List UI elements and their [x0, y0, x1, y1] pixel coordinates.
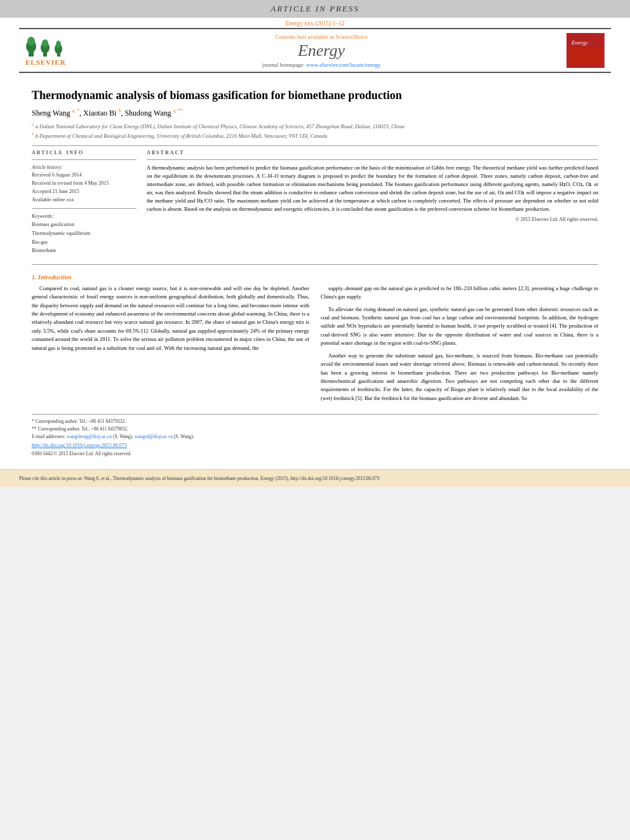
keywords-label: Keywords:	[32, 213, 137, 221]
keyword-4: Biomethane	[32, 246, 137, 255]
introduction-title: 1. Introduction	[32, 274, 598, 281]
divider-info	[32, 159, 137, 160]
svg-rect-11	[570, 47, 601, 65]
article-info-abstract: ARTICLE INFO Article history: Received 6…	[32, 150, 598, 255]
article-info-panel: ARTICLE INFO Article history: Received 6…	[32, 150, 137, 255]
svg-point-8	[56, 41, 61, 48]
footnote-area: * Corresponding author. Tel.: +86 411 84…	[32, 414, 598, 458]
available-date: Available online xxx	[32, 197, 74, 203]
intro-left-col: Compared to coal, natural gas is a clean…	[32, 284, 309, 406]
elsevier-brand-text: ELSEVIER	[25, 58, 66, 66]
keyword-1: Biomass gasification	[32, 220, 137, 229]
introduction-body: Compared to coal, natural gas is a clean…	[32, 284, 598, 406]
article-title: Thermodynamic analysis of biomass gasifi…	[32, 88, 598, 103]
homepage-link[interactable]: www.elsevier.com/locate/energy	[306, 62, 380, 68]
accepted-date: Accepted 21 June 2015	[32, 189, 79, 194]
article-history: Article history: Received 6 August 2014 …	[32, 164, 137, 204]
keyword-2: Thermodynamic equilibrium	[32, 229, 137, 238]
divider-abstract	[147, 159, 598, 160]
sciencedirect-notice: Contents lists available at ScienceDirec…	[76, 34, 566, 40]
history-label: Article history:	[32, 164, 137, 172]
journal-name: Energy	[76, 41, 566, 60]
citation-bar: Please cite this article in press as: Wa…	[0, 469, 630, 487]
intro-left-text: Compared to coal, natural gas is a clean…	[32, 284, 309, 352]
received-date: Received 6 August 2014	[32, 172, 81, 178]
citation-text: Please cite this article in press as: Wa…	[19, 476, 379, 481]
keywords-section: Keywords: Biomass gasification Thermodyn…	[32, 213, 137, 255]
main-content: Thermodynamic analysis of biomass gasifi…	[0, 73, 630, 464]
top-banner: ARTICLE IN PRESS	[0, 0, 630, 18]
abstract-header: ABSTRACT	[147, 150, 598, 156]
abstract-text: A thermodynamic analysis has been perfor…	[147, 164, 598, 214]
article-in-press-label: ARTICLE IN PRESS	[271, 4, 359, 13]
svg-point-2	[27, 37, 35, 46]
affiliation-a: a a Dalian National Laboratory for Clean…	[32, 121, 598, 131]
intro-right-col: supply–demand gap on the natural gas is …	[321, 284, 598, 406]
journal-header: ELSEVIER Contents lists available at Sci…	[19, 28, 611, 73]
article-info-header: ARTICLE INFO	[32, 150, 137, 156]
authors-line: Sheng Wang a, *, Xiaotao Bi b, Shudong W…	[32, 108, 598, 118]
footnote-1: * Corresponding author. Tel.: +86 411 84…	[32, 418, 598, 425]
keyword-3: Bio-gas	[32, 238, 137, 247]
intro-right-text: supply–demand gap on the natural gas is …	[321, 284, 598, 403]
page: ARTICLE IN PRESS Energy xxx (2015) 1–12 …	[0, 0, 630, 487]
email-link-2[interactable]: wangsd@dicp.ac.cn	[135, 434, 173, 439]
introduction-section: 1. Introduction Compared to coal, natura…	[32, 274, 598, 406]
abstract-panel: ABSTRACT A thermodynamic analysis has be…	[147, 150, 598, 255]
journal-thumbnail: Energy	[566, 33, 605, 68]
divider-1	[32, 145, 598, 146]
issn-line: 0360-5442/© 2015 Elsevier Ltd. All right…	[32, 450, 598, 458]
copyright-line: © 2015 Elsevier Ltd. All rights reserved…	[147, 217, 598, 222]
affiliation-b: b b Department of Chemical and Biologica…	[32, 131, 598, 140]
revised-date: Received in revised form 4 May 2015	[32, 180, 109, 186]
divider-keywords	[32, 208, 137, 209]
journal-homepage: journal homepage: www.elsevier.com/locat…	[76, 62, 566, 68]
elsevier-tree-icon	[25, 35, 76, 57]
keywords-list: Biomass gasification Thermodynamic equil…	[32, 220, 137, 255]
svg-point-5	[42, 39, 48, 47]
divider-body	[32, 264, 598, 265]
email-link-1[interactable]: wangsheng@dicp.ac.cn	[67, 434, 112, 439]
affiliations: a a Dalian National Laboratory for Clean…	[32, 121, 598, 140]
doi-link[interactable]: http://dx.doi.org/10.1016/j.energy.2015.…	[32, 443, 598, 448]
journal-center-info: Contents lists available at ScienceDirec…	[76, 34, 566, 68]
svg-text:Energy: Energy	[571, 39, 588, 46]
journal-cover-icon: Energy	[568, 34, 603, 67]
journal-url-bar: Energy xxx (2015) 1–12	[0, 18, 630, 28]
journal-citation: Energy xxx (2015) 1–12	[286, 20, 345, 27]
elsevier-logo: ELSEVIER	[25, 35, 76, 66]
footnote-2: ** Corresponding author. Tel.: +86 411 8…	[32, 425, 598, 433]
footnote-email: E-mail addresses: wangsheng@dicp.ac.cn (…	[32, 433, 598, 441]
